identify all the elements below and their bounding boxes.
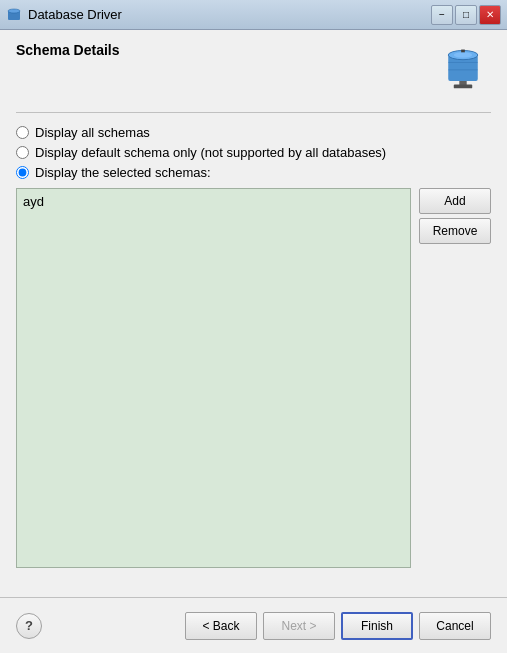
title-bar-left: Database Driver xyxy=(6,7,122,23)
header-section: Schema Details xyxy=(16,42,491,98)
radio-default-label: Display default schema only (not support… xyxy=(35,145,386,160)
schema-list[interactable]: ayd xyxy=(16,188,411,568)
app-icon xyxy=(6,7,22,23)
radio-group: Display all schemas Display default sche… xyxy=(16,125,491,180)
add-button[interactable]: Add xyxy=(419,188,491,214)
radio-selected-schemas[interactable]: Display the selected schemas: xyxy=(16,165,491,180)
svg-rect-4 xyxy=(454,85,472,89)
schema-item-ayd: ayd xyxy=(21,193,406,210)
title-bar-controls: − □ ✕ xyxy=(431,5,501,25)
remove-button[interactable]: Remove xyxy=(419,218,491,244)
radio-all-schemas[interactable]: Display all schemas xyxy=(16,125,491,140)
header-divider xyxy=(16,112,491,113)
bottom-left: ? xyxy=(16,613,42,639)
finish-button[interactable]: Finish xyxy=(341,612,413,640)
main-content: Schema Details xyxy=(0,30,507,597)
page-title: Schema Details xyxy=(16,42,120,58)
back-button[interactable]: < Back xyxy=(185,612,257,640)
help-button[interactable]: ? xyxy=(16,613,42,639)
bottom-right: < Back Next > Finish Cancel xyxy=(185,612,491,640)
title-bar: Database Driver − □ ✕ xyxy=(0,0,507,30)
schema-buttons: Add Remove xyxy=(419,188,491,568)
radio-selected-label: Display the selected schemas: xyxy=(35,165,211,180)
next-button[interactable]: Next > xyxy=(263,612,335,640)
radio-default-schema[interactable]: Display default schema only (not support… xyxy=(16,145,491,160)
cancel-button[interactable]: Cancel xyxy=(419,612,491,640)
restore-button[interactable]: □ xyxy=(455,5,477,25)
radio-all-label: Display all schemas xyxy=(35,125,150,140)
svg-point-8 xyxy=(454,52,472,58)
svg-rect-11 xyxy=(461,50,465,53)
radio-selected-input[interactable] xyxy=(16,166,29,179)
radio-all-input[interactable] xyxy=(16,126,29,139)
close-button[interactable]: ✕ xyxy=(479,5,501,25)
schema-area: ayd Add Remove xyxy=(16,188,491,568)
title-bar-title: Database Driver xyxy=(28,7,122,22)
radio-default-input[interactable] xyxy=(16,146,29,159)
bottom-bar: ? < Back Next > Finish Cancel xyxy=(0,597,507,653)
header-icon xyxy=(435,42,491,98)
minimize-button[interactable]: − xyxy=(431,5,453,25)
